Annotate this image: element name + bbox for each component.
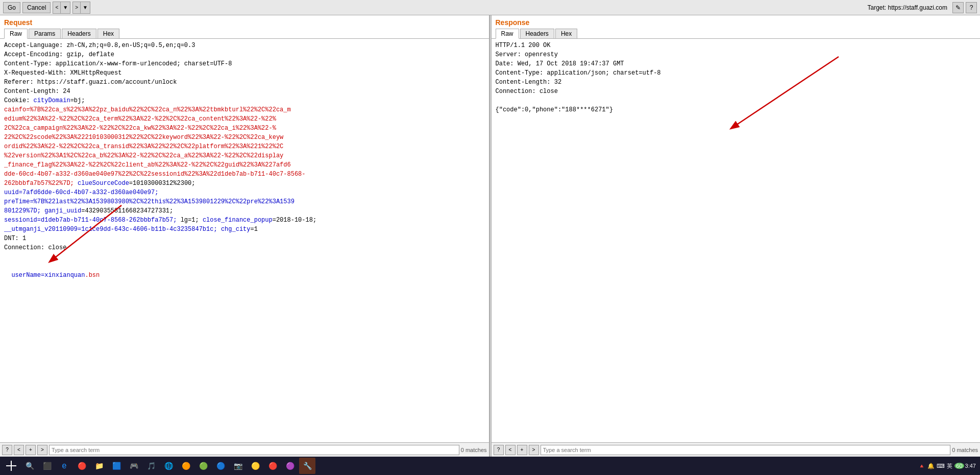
taskbar-time[interactable]: 3:47 — [965, 463, 976, 468]
request-search-next[interactable]: > — [37, 445, 47, 455]
response-tab-headers[interactable]: Headers — [520, 29, 554, 38]
resp-line-1: HTTP/1.1 200 OK — [496, 41, 976, 50]
taskbar-system-tray: 🔺 🔔 ⌨ 英 60 — [918, 462, 964, 468]
request-search-help[interactable]: ? — [2, 445, 12, 455]
req-line-17: uuid=7afd6dde-60cd-4b07-a332-d360ae040e9… — [4, 188, 485, 197]
windows-logo-icon — [6, 461, 16, 468]
req-line-12: ordid%22%3A%22-%22%2C%22ca_transid%22%3A… — [4, 142, 485, 151]
taskbar-app10-icon[interactable]: 🔴 — [264, 458, 281, 468]
request-search-bar: ? < + > 0 matches — [0, 442, 489, 457]
resp-line-5: Content-Length: 32 — [496, 78, 976, 87]
request-tab-headers[interactable]: Headers — [62, 29, 96, 38]
req-line-23: Connection: close — [4, 243, 485, 252]
back-button[interactable]: < — [53, 2, 61, 13]
req-line-2: Accept-Encoding: gzip, deflate — [4, 50, 485, 59]
request-tab-hex[interactable]: Hex — [97, 29, 119, 38]
response-search-count: 0 matches — [952, 447, 978, 453]
response-tab-hex[interactable]: Hex — [555, 29, 577, 38]
taskbar-app3-icon[interactable]: 🎮 — [126, 458, 142, 468]
resp-line-2: Server: openresty — [496, 50, 976, 59]
req-line-20: sessionid=d1deb7ab-b711-40c7-8568-262bbb… — [4, 216, 485, 225]
taskbar-app7-icon[interactable]: 🔵 — [212, 458, 229, 468]
help-button[interactable]: ? — [966, 2, 977, 13]
response-tab-raw[interactable]: Raw — [496, 29, 519, 39]
resp-line-4: Content-Type: application/json; charset=… — [496, 68, 976, 78]
taskbar: 🔍 ⬛ e 🔴 📁 🟦 🎮 🎵 🌐 🟠 🟢 🔵 📷 🟡 🔴 🟣 🔧 🔺 🔔 ⌨ … — [0, 457, 980, 468]
response-tabs: Raw Headers Hex — [492, 28, 981, 39]
response-search-bar: ? < + > 0 matches — [492, 442, 981, 457]
taskbar-search-icon[interactable]: 🔍 — [21, 458, 38, 468]
req-line-8: cainfo=%7B%22ca_s%22%3A%22pz_baidu%22%2C… — [4, 105, 485, 114]
taskbar-app1-icon[interactable]: 🔴 — [74, 458, 90, 468]
main-content: Request Raw Params Headers Hex Accept-La… — [0, 15, 980, 457]
response-search-add[interactable]: + — [517, 445, 527, 455]
taskbar-fiddler-icon[interactable]: 🔧 — [299, 458, 315, 468]
req-line-10: 2C%22ca_campaign%22%3A%22-%22%2C%22ca_kw… — [4, 124, 485, 133]
req-line-6: Content-Length: 24 — [4, 87, 485, 96]
resp-line-3: Date: Wed, 17 Oct 2018 19:47:37 GMT — [496, 59, 976, 68]
taskbar-app2-icon[interactable]: 🟦 — [108, 458, 125, 468]
forward-button[interactable]: > — [73, 2, 81, 13]
req-line-3: Content-Type: application/x-www-form-url… — [4, 59, 485, 68]
response-search-help[interactable]: ? — [494, 445, 504, 455]
req-line-21: __utmganji_v20110909=1c1ce9dd-643c-4606-… — [4, 225, 485, 234]
request-tabs: Raw Params Headers Hex — [0, 28, 489, 39]
response-search-input[interactable] — [541, 445, 951, 455]
req-line-16: 262bbbfa7b57%22%7D; clueSourceCode=10103… — [4, 179, 485, 188]
request-search-prev[interactable]: < — [14, 445, 24, 455]
response-search-next[interactable]: > — [529, 445, 539, 455]
req-line-1: Accept-Language: zh-CN,zh;q=0.8,en-US;q=… — [4, 41, 485, 50]
req-line-9: edium%22%3A%22-%22%2C%22ca_term%22%3A%22… — [4, 114, 485, 124]
req-line-empty — [4, 252, 485, 262]
back-down-button[interactable]: ▼ — [61, 2, 70, 13]
toolbar: Go Cancel < ▼ > ▼ Target: https://staff.… — [0, 0, 980, 15]
request-search-add[interactable]: + — [26, 445, 36, 455]
taskbar-app11-icon[interactable]: 🟣 — [282, 458, 298, 468]
resp-line-6: Connection: close — [496, 87, 976, 96]
response-title: Response — [492, 15, 981, 28]
req-line-5: Referer: https://staff.guazi.com/account… — [4, 78, 485, 87]
taskbar-app4-icon[interactable]: 🎵 — [143, 458, 159, 468]
req-line-22: DNT: 1 — [4, 234, 485, 243]
forward-nav-group: > ▼ — [72, 2, 90, 14]
taskbar-app9-icon[interactable]: 🟡 — [247, 458, 263, 468]
req-line-body: userName=xinxianquan.bsn — [4, 262, 485, 289]
taskbar-app6-icon[interactable]: 🟢 — [195, 458, 211, 468]
request-content[interactable]: Accept-Language: zh-CN,zh;q=0.8,en-US;q=… — [0, 39, 489, 442]
taskbar-ie-icon[interactable]: e — [56, 458, 72, 468]
req-line-14: _finance_flag%22%3A%22-%22%2C%22client_a… — [4, 160, 485, 170]
req-line-18: preTime=%7B%22last%22%3A1539803980%2C%22… — [4, 197, 485, 206]
req-line-4: X-Requested-With: XMLHttpRequest — [4, 68, 485, 78]
request-search-input[interactable] — [49, 445, 459, 455]
start-button[interactable] — [2, 458, 20, 468]
taskbar-task-view-icon[interactable]: ⬛ — [39, 458, 55, 468]
target-label: Target: https://staff.guazi.com — [867, 4, 947, 11]
request-panel: Request Raw Params Headers Hex Accept-La… — [0, 15, 489, 457]
resp-line-body: {"code":0,"phone":"188****6271"} — [496, 105, 976, 114]
request-tab-params[interactable]: Params — [29, 29, 61, 38]
response-panel: Response Raw Headers Hex HTTP/1.1 200 OK… — [492, 15, 981, 457]
req-line-15: dde-60cd-4b07-a332-d360ae040e97%22%2C%22… — [4, 170, 485, 179]
tray-icon-2: 🔔 — [927, 463, 935, 468]
request-search-count: 0 matches — [461, 447, 487, 453]
forward-down-button[interactable]: ▼ — [81, 2, 90, 13]
cancel-button[interactable]: Cancel — [22, 2, 51, 13]
tray-icon-5: 60 — [954, 463, 964, 468]
taskbar-app8-icon[interactable]: 📷 — [230, 458, 246, 468]
req-line-13: %22version%22%3A1%2C%22ca_b%22%3A%22-%22… — [4, 151, 485, 160]
req-line-7: Cookie: cityDomain=bj; — [4, 96, 485, 105]
req-line-19: 801229%7D; ganji_uuid=432903558116682347… — [4, 206, 485, 216]
taskbar-folder-icon[interactable]: 📁 — [91, 458, 107, 468]
go-button[interactable]: Go — [3, 2, 20, 13]
taskbar-browser-icon[interactable]: 🌐 — [160, 458, 177, 468]
req-line-11: 22%2C%22scode%22%3A%22210103000312%22%2C… — [4, 133, 485, 142]
response-content[interactable]: HTTP/1.1 200 OK Server: openresty Date: … — [492, 39, 981, 442]
tray-icon-4: 英 — [947, 462, 952, 468]
edit-target-button[interactable]: ✎ — [952, 2, 964, 13]
request-tab-raw[interactable]: Raw — [4, 29, 28, 39]
tray-icon-3: ⌨ — [937, 463, 945, 468]
taskbar-app5-icon[interactable]: 🟠 — [178, 458, 194, 468]
resp-line-empty — [496, 96, 976, 105]
request-title: Request — [0, 15, 489, 28]
response-search-prev[interactable]: < — [505, 445, 516, 455]
